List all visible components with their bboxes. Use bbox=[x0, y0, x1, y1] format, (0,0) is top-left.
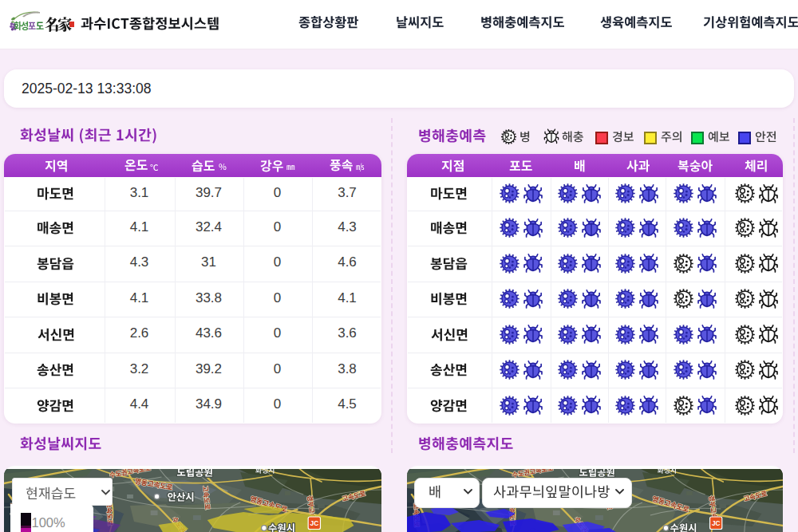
svg-text:JC: JC bbox=[310, 519, 318, 527]
svg-text:JC: JC bbox=[711, 519, 720, 527]
